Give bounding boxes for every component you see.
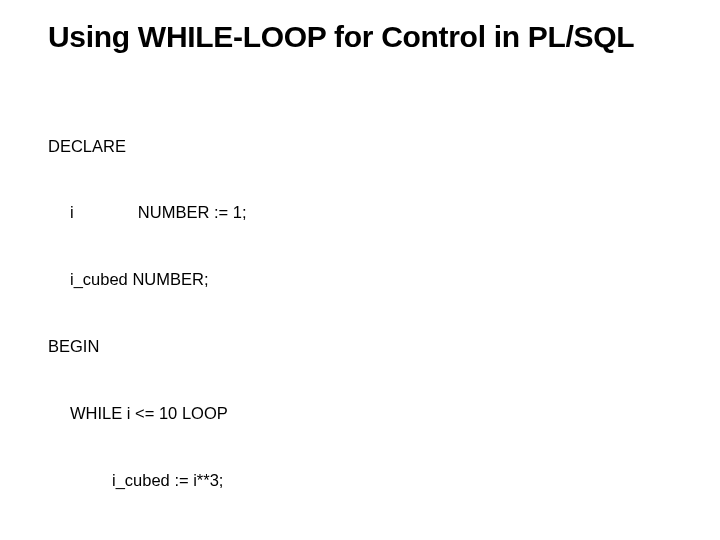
- code-line: i NUMBER := 1;: [48, 201, 672, 223]
- code-block: DECLARE i NUMBER := 1; i_cubed NUMBER; B…: [48, 90, 672, 540]
- code-line: WHILE i <= 10 LOOP: [48, 402, 672, 424]
- code-line: i_cubed NUMBER;: [48, 268, 672, 290]
- code-line: DBMS_OUTPUT.PUT_LINE('Number: ' || TO_CH…: [48, 535, 672, 540]
- code-line: BEGIN: [48, 335, 672, 357]
- code-line: DECLARE: [48, 135, 672, 157]
- slide: Using WHILE-LOOP for Control in PL/SQL D…: [0, 0, 720, 540]
- slide-title: Using WHILE-LOOP for Control in PL/SQL: [48, 20, 672, 54]
- code-line: i_cubed := i**3;: [48, 469, 672, 491]
